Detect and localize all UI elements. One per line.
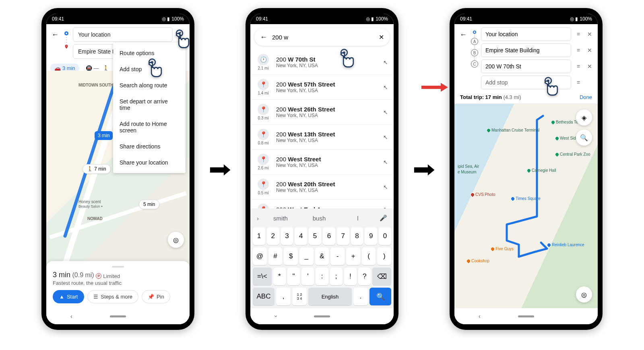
kb-key[interactable]: ⌫: [372, 268, 391, 285]
nav-home-pill[interactable]: [518, 315, 534, 317]
drag-handle-icon[interactable]: =: [574, 47, 582, 54]
kb-key[interactable]: 8: [351, 227, 363, 245]
kb-key[interactable]: #: [268, 247, 283, 265]
kb-key[interactable]: ': [301, 268, 314, 285]
drag-handle-icon[interactable]: =: [574, 63, 582, 70]
stop-input-a[interactable]: Empire State Building: [481, 43, 571, 57]
kb-key[interactable]: 2: [267, 227, 279, 245]
drag-handle-icon[interactable]: =: [574, 79, 582, 86]
remove-stop-icon[interactable]: ✕: [586, 31, 594, 37]
nav-back-icon[interactable]: ‹: [479, 313, 481, 319]
suggestion-3[interactable]: l: [339, 215, 377, 222]
kb-key[interactable]: 4: [295, 227, 307, 245]
kb-key[interactable]: 5: [309, 227, 321, 245]
suggestion-2[interactable]: bush: [300, 215, 339, 222]
search-fab[interactable]: 🔍: [576, 130, 592, 146]
back-button[interactable]: ←: [458, 30, 468, 39]
kb-key[interactable]: ": [287, 268, 300, 285]
search-input[interactable]: [272, 34, 374, 41]
kb-comma[interactable]: ,: [276, 288, 291, 305]
search-result[interactable]: 📍0.5 mi 200 West 20th StreetNew York, NY…: [250, 175, 394, 200]
result-distance: 2.6 mi: [258, 166, 268, 170]
steps-button[interactable]: ☰ Steps & more: [87, 290, 138, 303]
kb-key[interactable]: (: [362, 247, 376, 265]
kb-key[interactable]: _: [299, 247, 314, 265]
kb-key[interactable]: =\<: [253, 268, 272, 285]
map-label-midtown: MIDTOWN SOUTH: [78, 83, 113, 87]
remove-stop-icon[interactable]: ✕: [586, 47, 594, 54]
nav-home-pill[interactable]: [314, 315, 330, 317]
kb-key[interactable]: ;: [330, 268, 343, 285]
sugg-expand-icon[interactable]: ›: [254, 215, 261, 222]
my-location-fab[interactable]: ◎: [576, 286, 592, 303]
kb-key[interactable]: -: [330, 247, 345, 265]
stop-input-b[interactable]: 200 W 70th St: [481, 60, 571, 73]
mode-walking[interactable]: 🚶: [103, 65, 109, 71]
summary-distance: (0.9 mi): [72, 272, 94, 278]
kb-key[interactable]: 6: [323, 227, 335, 245]
kb-key[interactable]: &: [315, 247, 329, 265]
map-canvas[interactable]: Manhattan Cruise Terminal Bethesda Terra…: [454, 104, 598, 308]
mic-icon[interactable]: 🎤: [377, 214, 390, 222]
kb-key[interactable]: 7: [337, 227, 349, 245]
search-result[interactable]: 📍1.4 mi 200 West 57th StreetNew York, NY…: [250, 75, 394, 100]
search-result[interactable]: 📍2.6 mi 200 West StreetNew York, NY, USA…: [250, 150, 394, 175]
clear-icon[interactable]: ✕: [379, 33, 384, 41]
pin-button[interactable]: 📌 Pin: [142, 290, 170, 303]
menu-add-home[interactable]: Add route to Home screen: [113, 116, 186, 138]
menu-share-location[interactable]: Share your location: [113, 154, 186, 171]
kb-key[interactable]: $: [284, 247, 298, 265]
search-result[interactable]: 📍 200 West End Avenue ↖: [250, 200, 394, 208]
insert-arrow-icon[interactable]: ↖: [383, 159, 388, 165]
origin-input[interactable]: Your location: [73, 27, 173, 42]
insert-arrow-icon[interactable]: ↖: [383, 109, 388, 115]
menu-search-along[interactable]: Search along route: [113, 77, 186, 93]
search-bar[interactable]: ← ✕: [254, 28, 390, 46]
kb-period[interactable]: .: [353, 288, 368, 305]
menu-share-directions[interactable]: Share directions: [113, 138, 186, 154]
remove-stop-icon[interactable]: ✕: [586, 63, 594, 70]
kb-key[interactable]: :: [316, 268, 328, 285]
kb-key[interactable]: 9: [365, 227, 377, 245]
mode-transit[interactable]: 🚇 —: [86, 65, 99, 71]
drag-handle-icon[interactable]: =: [574, 31, 582, 37]
kb-key[interactable]: @: [253, 247, 267, 265]
kb-key[interactable]: +: [346, 247, 360, 265]
kb-key[interactable]: 1: [253, 227, 265, 245]
insert-arrow-icon[interactable]: ↖: [383, 184, 388, 190]
stop-input-origin[interactable]: Your location: [481, 27, 571, 41]
suggestion-1[interactable]: smith: [261, 215, 300, 222]
overflow-menu-button[interactable]: ⋮: [176, 30, 186, 39]
search-result[interactable]: 📍0.8 mi 200 West 13th StreetNew York, NY…: [250, 125, 394, 150]
insert-arrow-icon[interactable]: ↖: [383, 59, 388, 66]
start-button[interactable]: ▲ Start: [53, 290, 84, 303]
nav-back-icon[interactable]: ‹: [272, 315, 279, 317]
search-result[interactable]: 🕐2.1 mi 200 W 70th StNew York, NY, USA ↖: [250, 50, 394, 75]
search-result[interactable]: 📍0.3 mi 200 West 26th StreetNew York, NY…: [250, 100, 394, 125]
insert-arrow-icon[interactable]: ↖: [383, 134, 388, 140]
kb-key[interactable]: ): [377, 247, 391, 265]
kb-key[interactable]: !: [344, 268, 357, 285]
kb-language[interactable]: English: [308, 288, 352, 305]
menu-route-options[interactable]: Route options: [113, 45, 186, 61]
map-poi: Times Square: [511, 196, 541, 201]
insert-arrow-icon[interactable]: ↖: [383, 84, 388, 91]
kb-key[interactable]: ?: [358, 268, 371, 285]
stop-input-add[interactable]: Add stop: [481, 76, 571, 89]
back-icon[interactable]: ←: [260, 33, 267, 41]
kb-key[interactable]: *: [273, 268, 286, 285]
my-location-fab[interactable]: ◎: [168, 232, 184, 248]
kb-search-button[interactable]: 🔍: [369, 288, 391, 305]
menu-set-time[interactable]: Set depart or arrive time: [113, 93, 186, 116]
done-button[interactable]: Done: [580, 94, 592, 100]
layers-fab[interactable]: ◈: [576, 109, 592, 126]
kb-nums[interactable]: 1 2 3 4: [292, 288, 307, 305]
kb-key[interactable]: 3: [281, 227, 293, 245]
nav-home-pill[interactable]: [110, 315, 126, 317]
route-summary-card[interactable]: 3 min (0.9 mi) PLimited Fastest route, t…: [46, 261, 190, 308]
kb-key[interactable]: 0: [379, 227, 391, 245]
back-button[interactable]: ←: [50, 30, 60, 39]
menu-add-stop[interactable]: Add stop: [113, 61, 186, 77]
kb-abc[interactable]: ABC: [253, 288, 275, 305]
nav-back-icon[interactable]: ‹: [70, 313, 72, 319]
